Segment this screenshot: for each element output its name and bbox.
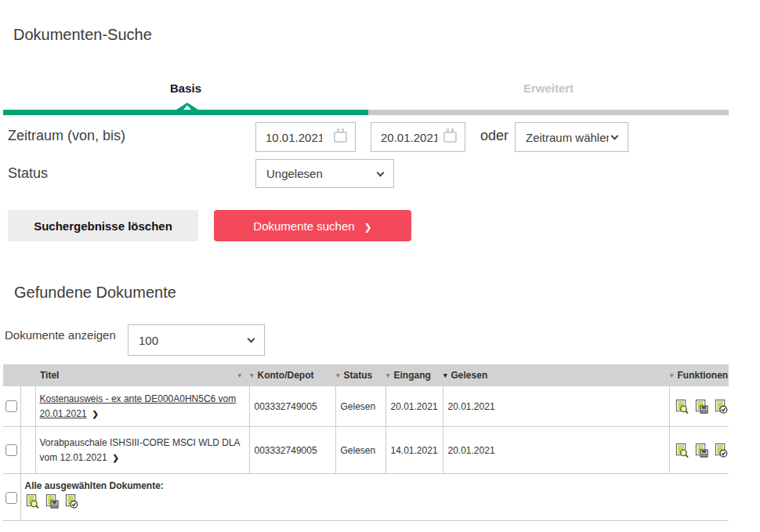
funktionen-cell [669, 427, 729, 474]
tab-indicator-bar [3, 110, 729, 115]
calendar-icon[interactable] [334, 132, 347, 143]
results-heading: Gefundene Dokumente [14, 284, 176, 302]
sort-arrow-icon[interactable]: ▾ [250, 372, 254, 379]
status-label: Status [8, 165, 48, 182]
document-title-link[interactable]: Kostenausweis - ex ante DE000A0HN5C6 vom… [40, 393, 237, 419]
document-save-icon[interactable] [694, 400, 709, 414]
document-save-icon[interactable] [694, 443, 709, 458]
status-cell: Gelesen [335, 427, 385, 474]
date-to-input[interactable] [371, 131, 437, 144]
select-all-documents-checkbox[interactable] [5, 492, 17, 504]
document-title-link[interactable]: Vorabpauschale ISHSIII-CORE MSCI WLD DLA… [40, 437, 240, 463]
sort-arrow-icon[interactable]: ▾ [336, 372, 340, 379]
eingang-cell: 20.01.2021 [385, 386, 443, 427]
tab-erweitert[interactable]: Erweitert [368, 81, 729, 95]
table-row: Kostenausweis - ex ante DE000A0HN5C6 vom… [3, 386, 729, 427]
active-tab-caret-icon [176, 103, 198, 110]
document-preview-icon[interactable] [25, 494, 40, 509]
active-tab-bar [3, 110, 368, 115]
sort-arrow-icon[interactable]: ▾ [237, 372, 241, 379]
dokumenten-suche-page: Dokumenten-Suche Basis Erweitert Zeitrau… [0, 0, 760, 532]
oder-label: oder [480, 128, 508, 144]
zeitraum-label: Zeitraum (von, bis) [8, 128, 125, 144]
search-documents-label: Dokumente suchen [253, 219, 354, 233]
search-documents-button[interactable]: Dokumente suchen❯ [214, 210, 411, 241]
chevron-right-icon: ❯ [92, 408, 99, 421]
select-document-checkbox[interactable] [5, 400, 17, 412]
anzeigen-select-wrap: 100 [128, 324, 265, 356]
date-to-field[interactable] [371, 122, 465, 152]
select-document-checkbox[interactable] [5, 444, 17, 456]
gelesen-cell: 20.01.2021 [443, 427, 669, 474]
document-preview-icon[interactable] [675, 400, 689, 414]
date-from-input[interactable] [256, 131, 322, 144]
status-select-wrap: Ungelesen [255, 159, 394, 188]
table-row: Vorabpauschale ISHSIII-CORE MSCI WLD DLA… [3, 427, 729, 474]
calendar-icon[interactable] [443, 132, 457, 143]
header-checkbox-spacer [3, 364, 20, 386]
column-header-status[interactable]: ▾Status [335, 364, 385, 386]
eingang-cell: 14.01.2021 [385, 427, 443, 474]
table-footer-row: Alle ausgewählten Dokumente: [3, 474, 729, 521]
table-header-row: Titel▾ ▾Konto/Depot ▾Status ▾Eingang ▾Ge… [3, 364, 729, 386]
all-selected-label: Alle ausgewählten Dokumente: [25, 480, 723, 491]
document-mark-read-icon[interactable] [714, 443, 729, 458]
column-header-funktionen: ▾Funktionen [669, 364, 729, 386]
clear-results-button[interactable]: Suchergebnisse löschen [8, 210, 198, 241]
konto-depot-cell: 003332749005 [249, 427, 335, 474]
gelesen-cell: 20.01.2021 [443, 386, 669, 427]
anzeigen-select[interactable]: 100 [128, 325, 264, 355]
header-spacer [20, 364, 35, 386]
anzeigen-label: Dokumente anzeigen [5, 328, 116, 342]
sort-arrow-active-icon[interactable]: ▾ [443, 372, 447, 379]
column-header-konto-depot[interactable]: ▾Konto/Depot [249, 364, 335, 386]
tab-basis[interactable]: Basis [3, 81, 368, 95]
date-from-field[interactable] [255, 122, 356, 152]
page-title: Dokumenten-Suche [13, 26, 152, 44]
document-mark-read-icon[interactable] [64, 494, 79, 509]
column-header-eingang[interactable]: ▾Eingang [385, 364, 443, 386]
all-selected-documents-cell: Alle ausgewählten Dokumente: [20, 474, 729, 521]
chevron-right-icon: ❯ [364, 222, 372, 233]
status-cell: Gelesen [335, 386, 385, 427]
zeitraum-select-wrap: Zeitraum wählen [515, 122, 628, 152]
sort-arrow-icon[interactable]: ▾ [386, 372, 390, 379]
konto-depot-cell: 003332749005 [249, 386, 335, 427]
chevron-right-icon: ❯ [113, 452, 119, 465]
status-select[interactable]: Ungelesen [256, 160, 393, 187]
sort-arrow-icon[interactable]: ▾ [670, 372, 674, 379]
zeitraum-select[interactable]: Zeitraum wählen [516, 123, 628, 151]
document-save-icon[interactable] [45, 494, 60, 509]
results-table: Titel▾ ▾Konto/Depot ▾Status ▾Eingang ▾Ge… [3, 364, 729, 521]
column-header-gelesen[interactable]: ▾Gelesen [443, 364, 669, 386]
document-preview-icon[interactable] [675, 443, 689, 458]
document-mark-read-icon[interactable] [714, 400, 729, 414]
column-header-titel[interactable]: Titel▾ [35, 364, 249, 386]
funktionen-cell [669, 386, 729, 427]
